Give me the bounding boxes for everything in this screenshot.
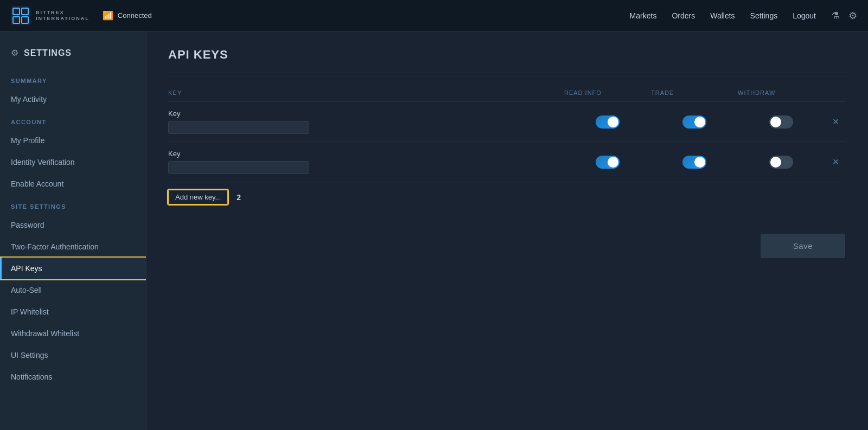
trade-toggle-switch-2[interactable] [682,156,706,169]
connection-status: 📶 Connected [103,10,152,21]
wifi-icon: 📶 [103,10,113,21]
toggle-knob [608,117,618,127]
sidebar-item-my-profile[interactable]: My Profile [0,130,146,151]
topnav-left: BITTREX INTERNATIONAL 📶 Connected [11,6,152,25]
flask-icon[interactable]: ⚗ [831,10,840,22]
sidebar-item-label: Enable Account [11,179,63,188]
toggle-knob [770,117,781,127]
sidebar-item-api-keys[interactable]: API Keys [0,258,146,279]
main-content: API KEYS KEY READ INFO TRADE WITHDRAW Ke… [146,31,868,430]
logo[interactable]: BITTREX INTERNATIONAL [11,6,90,25]
settings-header-text: SETTINGS [24,48,72,58]
withdraw-toggle-switch-2[interactable] [769,156,793,169]
toggle-knob [694,157,705,168]
key-cell-1: Key [168,110,564,134]
delete-key-1[interactable]: ✕ [825,117,846,127]
save-row: Save [168,234,846,258]
sidebar-item-my-activity[interactable]: My Activity [0,88,146,110]
nav-markets[interactable]: Markets [630,11,657,20]
page-title: API KEYS [168,48,846,62]
nav-orders[interactable]: Orders [672,11,695,20]
main-layout: ⚙ SETTINGS SUMMARY My Activity ACCOUNT M… [0,31,868,430]
sidebar-item-label: Two-Factor Authentication [11,242,99,251]
delete-key-2[interactable]: ✕ [825,157,846,167]
sidebar-item-auto-sell[interactable]: Auto-Sell [0,279,146,301]
key-value-2 [168,161,309,174]
settings-header: ⚙ SETTINGS [0,42,146,69]
step-badge: 2 [237,193,241,202]
api-keys-table: KEY READ INFO TRADE WITHDRAW Key [168,86,846,212]
key-value-1 [168,121,309,134]
col-key-header: KEY [168,89,564,96]
sidebar-item-notifications[interactable]: Notifications [0,366,146,388]
sidebar-item-label: IP Whitelist [11,307,49,316]
sidebar-item-label: My Profile [11,136,44,145]
nav-settings[interactable]: Settings [750,11,778,20]
sidebar: ⚙ SETTINGS SUMMARY My Activity ACCOUNT M… [0,31,146,430]
sidebar-item-label: UI Settings [11,351,48,360]
sidebar-item-ip-whitelist[interactable]: IP Whitelist [0,301,146,323]
sidebar-item-two-factor[interactable]: Two-Factor Authentication [0,236,146,258]
sidebar-item-label: Auto-Sell [11,286,42,294]
connection-label: Connected [118,11,152,20]
site-settings-section-label: SITE SETTINGS [0,195,146,214]
col-actions-header [825,89,846,96]
gear-icon[interactable]: ⚙ [848,10,857,22]
sidebar-item-label: My Activity [11,95,47,104]
col-trade-header: TRADE [651,89,738,96]
trade-toggle-2[interactable] [651,156,738,169]
sidebar-item-withdrawal-whitelist[interactable]: Withdrawal Whitelist [0,323,146,344]
title-divider [168,73,846,73]
sidebar-item-label: Password [11,221,44,229]
sidebar-item-enable-account[interactable]: Enable Account [0,173,146,195]
topnav-right: Markets Orders Wallets Settings Logout ⚗… [630,10,857,22]
add-key-row: Add new key... 2 [168,182,846,212]
topnav-icons: ⚗ ⚙ [831,10,857,22]
key-cell-2: Key [168,150,564,174]
nav-wallets[interactable]: Wallets [710,11,735,20]
svg-rect-0 [11,6,30,25]
sidebar-item-ui-settings[interactable]: UI Settings [0,344,146,366]
withdraw-toggle-switch-1[interactable] [769,115,793,129]
account-section-label: ACCOUNT [0,110,146,130]
api-table-header: KEY READ INFO TRADE WITHDRAW [168,86,846,101]
top-navigation: BITTREX INTERNATIONAL 📶 Connected Market… [0,0,868,31]
settings-gear-icon: ⚙ [11,48,18,58]
sidebar-item-identity-verification[interactable]: Identity Verification [0,151,146,173]
toggle-knob [608,157,618,168]
save-button[interactable]: Save [761,234,845,258]
key-label-1: Key [168,110,564,118]
summary-section-label: SUMMARY [0,69,146,88]
nav-logout[interactable]: Logout [793,11,816,20]
toggle-knob [770,157,781,168]
read-info-toggle-switch-2[interactable] [596,156,620,169]
toggle-knob [694,117,705,127]
sidebar-item-password[interactable]: Password [0,214,146,236]
sidebar-item-label: Withdrawal Whitelist [11,329,79,338]
logo-text: BITTREX INTERNATIONAL [36,10,90,22]
withdraw-toggle-1[interactable] [738,115,825,129]
col-read-info-header: READ INFO [564,89,651,96]
read-info-toggle-2[interactable] [564,156,651,169]
withdraw-toggle-2[interactable] [738,156,825,169]
sidebar-item-label: API Keys [11,264,42,273]
sidebar-item-label: Notifications [11,373,52,381]
sidebar-item-label: Identity Verification [11,158,75,166]
trade-toggle-1[interactable] [651,115,738,129]
add-new-key-button[interactable]: Add new key... [168,190,228,204]
table-row: Key ✕ [168,101,846,142]
table-row: Key ✕ [168,142,846,182]
key-label-2: Key [168,150,564,158]
read-info-toggle-1[interactable] [564,115,651,129]
trade-toggle-switch-1[interactable] [682,115,706,129]
read-info-toggle-switch-1[interactable] [596,115,620,129]
col-withdraw-header: WITHDRAW [738,89,825,96]
